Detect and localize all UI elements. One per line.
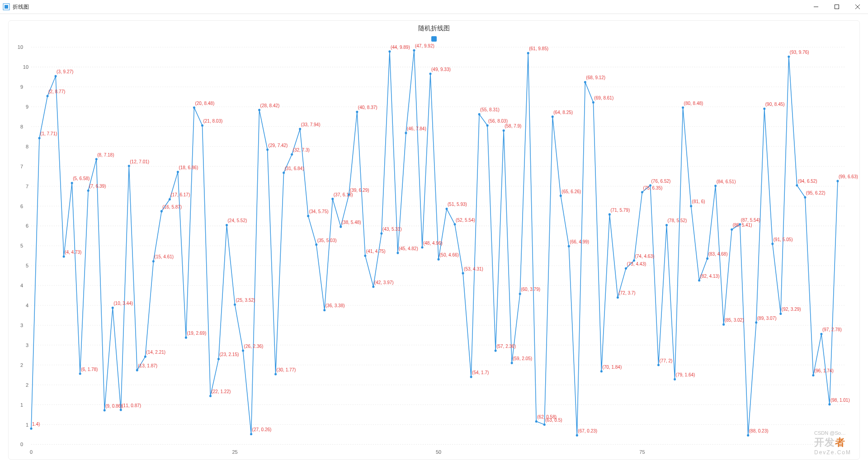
svg-text:(29, 7.42): (29, 7.42) [269, 143, 288, 148]
svg-point-52 [30, 428, 33, 430]
svg-text:6: 6 [20, 203, 23, 209]
svg-text:(21, 8.03): (21, 8.03) [203, 119, 222, 124]
svg-text:(8, 7.18): (8, 7.18) [97, 152, 114, 157]
svg-point-102 [234, 304, 236, 306]
svg-point-238 [788, 56, 790, 58]
svg-text:2: 2 [26, 382, 28, 388]
svg-point-178 [543, 423, 546, 426]
svg-text:7: 7 [26, 184, 28, 189]
svg-text:(49, 9.33): (49, 9.33) [431, 67, 451, 72]
svg-text:(41, 4.75): (41, 4.75) [366, 249, 386, 254]
svg-point-208 [665, 224, 668, 226]
svg-text:(86, 5.41): (86, 5.41) [733, 223, 752, 228]
svg-text:4: 4 [26, 303, 28, 308]
svg-text:(26, 2.36): (26, 2.36) [244, 344, 264, 349]
svg-point-100 [226, 224, 228, 226]
svg-text:1: 1 [26, 422, 28, 427]
svg-text:(31, 6.84): (31, 6.84) [285, 166, 304, 171]
svg-text:8: 8 [26, 144, 28, 149]
svg-point-226 [739, 223, 741, 225]
svg-point-150 [429, 72, 431, 75]
svg-text:(46, 7.84): (46, 7.84) [407, 126, 426, 131]
svg-text:(38, 5.48): (38, 5.48) [342, 220, 361, 225]
svg-text:(1, 7.71): (1, 7.71) [40, 131, 57, 136]
svg-text:(55, 8.31): (55, 8.31) [480, 107, 500, 112]
svg-point-86 [169, 198, 171, 200]
svg-point-138 [380, 233, 382, 235]
svg-text:(61, 9.85): (61, 9.85) [529, 46, 548, 51]
svg-text:(92, 3.29): (92, 3.29) [782, 307, 801, 312]
svg-point-106 [250, 433, 252, 435]
svg-text:1.4): 1.4) [32, 422, 40, 427]
svg-point-244 [812, 374, 814, 376]
close-button[interactable] [847, 0, 868, 14]
svg-point-62 [71, 182, 73, 184]
svg-text:(6, 1.78): (6, 1.78) [81, 367, 98, 372]
svg-text:6: 6 [26, 223, 28, 228]
svg-point-98 [217, 358, 220, 360]
svg-point-56 [47, 95, 49, 97]
svg-point-198 [625, 267, 627, 270]
svg-text:(65, 6.26): (65, 6.26) [561, 189, 581, 194]
svg-point-164 [486, 124, 489, 127]
svg-text:(19, 2.69): (19, 2.69) [187, 331, 206, 336]
svg-text:(34, 5.75): (34, 5.75) [309, 209, 329, 214]
svg-text:(85, 3.02): (85, 3.02) [725, 318, 744, 323]
svg-point-84 [160, 210, 163, 212]
svg-point-78 [136, 369, 138, 371]
svg-text:(77, 2): (77, 2) [660, 358, 673, 363]
svg-text:(52, 5.54): (52, 5.54) [456, 218, 475, 223]
svg-text:(60, 3.79): (60, 3.79) [521, 287, 540, 292]
svg-point-66 [87, 190, 90, 192]
line-chart[interactable]: 0123456789101234567891002550751.4)(1, 7.… [9, 43, 859, 458]
svg-text:(20, 8.48): (20, 8.48) [195, 100, 214, 105]
svg-text:(48, 4.96): (48, 4.96) [423, 241, 443, 246]
svg-point-118 [299, 128, 301, 130]
svg-text:4: 4 [20, 283, 23, 288]
svg-point-236 [779, 313, 782, 315]
svg-point-194 [609, 213, 611, 215]
svg-point-230 [755, 321, 757, 323]
svg-text:(18, 6.86): (18, 6.86) [179, 165, 198, 170]
svg-text:(28, 8.42): (28, 8.42) [260, 103, 280, 108]
svg-point-224 [731, 228, 733, 231]
svg-point-136 [372, 285, 374, 288]
app-window: 折线图 随机折线图 012345678910123456789100255075… [0, 0, 868, 466]
svg-text:75: 75 [639, 449, 645, 455]
svg-text:9: 9 [20, 84, 23, 90]
svg-text:(53, 4.31): (53, 4.31) [464, 266, 483, 271]
svg-point-128 [340, 226, 342, 228]
svg-text:(36, 3.38): (36, 3.38) [326, 303, 345, 308]
svg-text:(90, 8.45): (90, 8.45) [765, 102, 785, 107]
svg-point-222 [722, 323, 725, 326]
svg-text:5: 5 [26, 263, 28, 268]
svg-text:3: 3 [20, 323, 23, 328]
svg-text:(70, 1.84): (70, 1.84) [602, 365, 622, 370]
svg-text:(83, 4.68): (83, 4.68) [708, 252, 728, 257]
svg-text:(25, 3.52): (25, 3.52) [236, 298, 255, 303]
svg-point-232 [763, 108, 765, 110]
svg-point-114 [283, 171, 285, 174]
svg-text:(40, 8.37): (40, 8.37) [358, 105, 377, 110]
svg-text:(3, 9.27): (3, 9.27) [57, 69, 73, 74]
svg-text:(14, 2.21): (14, 2.21) [146, 350, 165, 355]
svg-text:(13, 1.87): (13, 1.87) [138, 363, 157, 368]
titlebar: 折线图 [0, 0, 868, 14]
svg-text:(50, 4.66): (50, 4.66) [439, 252, 459, 257]
svg-point-192 [600, 370, 603, 372]
svg-point-248 [828, 403, 830, 405]
svg-point-154 [446, 208, 448, 210]
svg-text:(11, 0.87): (11, 0.87) [122, 403, 141, 408]
svg-text:(39, 6.29): (39, 6.29) [350, 188, 369, 193]
svg-text:(15, 4.61): (15, 4.61) [154, 254, 174, 259]
svg-point-116 [291, 153, 293, 156]
maximize-button[interactable] [826, 0, 847, 14]
svg-text:8: 8 [20, 124, 23, 129]
minimize-button[interactable] [806, 0, 826, 14]
svg-point-204 [649, 184, 651, 186]
svg-point-94 [201, 124, 203, 127]
legend-swatch [431, 36, 437, 42]
svg-text:(30, 1.77): (30, 1.77) [277, 367, 296, 372]
svg-text:2: 2 [20, 362, 23, 368]
svg-text:(24, 5.52): (24, 5.52) [228, 218, 247, 223]
